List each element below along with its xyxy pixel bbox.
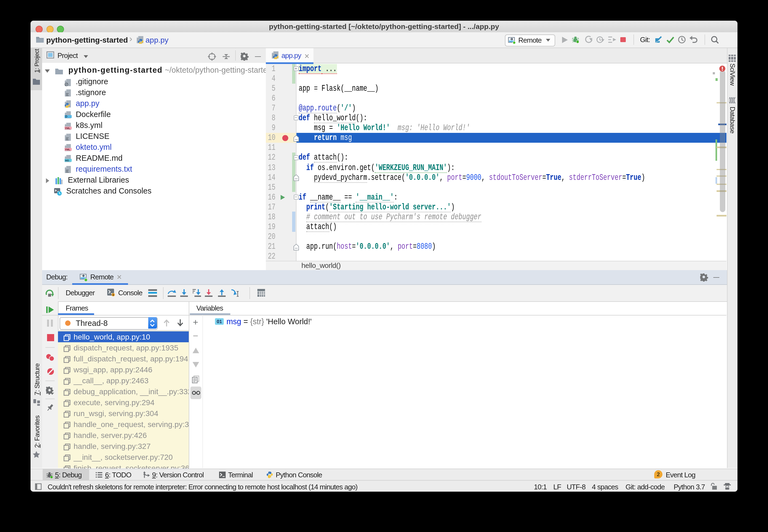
svg-text:D: D (65, 115, 67, 118)
svg-text:YML: YML (65, 127, 70, 129)
svg-text:YML: YML (65, 148, 70, 151)
svg-text:MD: MD (65, 159, 69, 162)
